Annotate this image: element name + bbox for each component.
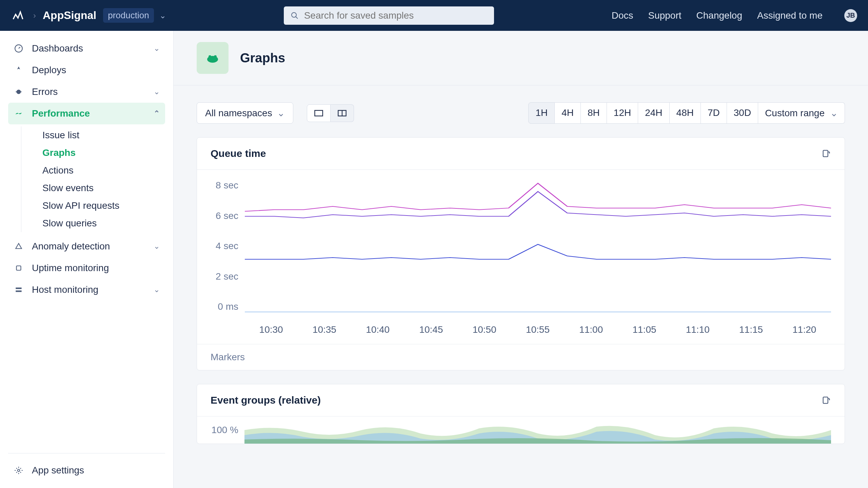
subitem-issue-list[interactable]: Issue list — [42, 126, 165, 144]
subitem-graphs[interactable]: Graphs — [42, 144, 165, 162]
range-12h[interactable]: 12H — [607, 102, 638, 124]
namespace-label: All namespaces — [205, 108, 272, 119]
sidebar-item-performance[interactable]: Performance ⌃ — [8, 103, 165, 124]
chevron-right-icon: › — [33, 11, 36, 20]
topbar: › AppSignal production ⌄ Docs Support Ch… — [0, 0, 868, 31]
svg-rect-16 — [823, 150, 828, 157]
link-assigned[interactable]: Assigned to me — [757, 10, 823, 21]
card-event-groups: Event groups (relative) 100 % — [197, 384, 845, 444]
card-queue-time: Queue time 8 sec 6 sec 4 sec 2 sec 0 ms … — [197, 137, 845, 370]
range-7d[interactable]: 7D — [701, 102, 727, 124]
brand-name[interactable]: AppSignal — [43, 9, 96, 22]
chart-area: 8 sec 6 sec 4 sec 2 sec 0 ms — [197, 170, 845, 319]
layout-single-button[interactable] — [307, 104, 331, 122]
x-tick: 10:50 — [458, 324, 511, 335]
export-icon[interactable] — [822, 149, 831, 158]
subitem-slow-api[interactable]: Slow API requests — [42, 197, 165, 215]
sidebar-item-dashboards[interactable]: Dashboards ⌄ — [8, 38, 165, 59]
y-axis: 8 sec 6 sec 4 sec 2 sec 0 ms — [211, 180, 244, 312]
sidebar-footer: App settings — [8, 453, 165, 481]
card-title: Event groups (relative) — [211, 394, 321, 406]
chevron-down-icon: ⌄ — [277, 107, 285, 119]
chevron-down-icon: ⌄ — [154, 44, 160, 53]
svg-line-1 — [296, 17, 298, 19]
sidebar-item-errors[interactable]: Errors ⌄ — [8, 81, 165, 103]
alert-icon — [14, 241, 24, 251]
x-tick: 10:30 — [244, 324, 298, 335]
svg-rect-13 — [315, 110, 322, 116]
appsignal-logo[interactable] — [11, 8, 25, 23]
link-docs[interactable]: Docs — [612, 10, 633, 21]
chevron-down-icon: ⌄ — [154, 285, 160, 294]
sidebar-item-uptime[interactable]: Uptime monitoring — [8, 257, 165, 279]
x-tick: 11:05 — [618, 324, 671, 335]
x-tick: 11:20 — [778, 324, 831, 335]
subitem-slow-events[interactable]: Slow events — [42, 179, 165, 197]
chart-plot[interactable] — [244, 180, 831, 312]
range-30d[interactable]: 30D — [727, 102, 758, 124]
svg-rect-7 — [16, 288, 21, 289]
sidebar-item-settings[interactable]: App settings — [8, 460, 165, 481]
sidebar-item-label: Dashboards — [32, 43, 83, 54]
card-header: Event groups (relative) — [197, 384, 845, 416]
subitem-actions[interactable]: Actions — [42, 162, 165, 179]
avatar[interactable]: JB — [844, 9, 857, 22]
export-icon[interactable] — [822, 395, 831, 405]
time-range-group: 1H 4H 8H 12H 24H 48H 7D 30D Custom range… — [528, 102, 845, 124]
range-4h[interactable]: 4H — [555, 102, 581, 124]
x-tick: 10:35 — [298, 324, 351, 335]
toolbar: All namespaces ⌄ 1H 4H 8H 12H 24H 48H 7D… — [174, 85, 868, 137]
uptime-icon — [14, 263, 24, 273]
sidebar-item-label: Anomaly detection — [32, 241, 110, 252]
frog-icon — [14, 108, 24, 119]
card-title: Queue time — [211, 148, 266, 159]
layout-split-button[interactable] — [331, 104, 354, 122]
range-8h[interactable]: 8H — [581, 102, 607, 124]
chevron-down-icon[interactable]: ⌄ — [159, 11, 166, 20]
env-pill[interactable]: production — [103, 8, 154, 23]
range-custom[interactable]: Custom range ⌄ — [758, 102, 845, 124]
svg-rect-8 — [16, 290, 21, 292]
subitem-slow-queries[interactable]: Slow queries — [42, 215, 165, 232]
y-tick: 100 % — [211, 423, 244, 444]
range-24h[interactable]: 24H — [638, 102, 669, 124]
frog-icon — [197, 42, 229, 74]
range-1h[interactable]: 1H — [528, 102, 555, 124]
x-tick: 10:45 — [405, 324, 458, 335]
y-tick: 8 sec — [211, 180, 238, 191]
top-links: Docs Support Changelog Assigned to me JB — [612, 9, 857, 22]
search-input[interactable] — [284, 6, 494, 25]
x-axis: 10:3010:3510:4010:4510:5010:5511:0011:05… — [197, 319, 845, 344]
link-support[interactable]: Support — [648, 10, 681, 21]
gauge-icon — [14, 43, 24, 54]
chevron-up-icon: ⌃ — [154, 109, 160, 118]
x-tick: 11:10 — [671, 324, 724, 335]
x-tick: 10:55 — [511, 324, 564, 335]
area-plot[interactable] — [244, 423, 831, 444]
card-header: Queue time — [197, 138, 845, 170]
sidebar-item-host[interactable]: Host monitoring ⌄ — [8, 279, 165, 301]
sidebar-item-anomaly[interactable]: Anomaly detection ⌄ — [8, 236, 165, 257]
layout-toggle — [307, 104, 354, 122]
gear-icon — [14, 465, 24, 475]
sidebar-item-deploys[interactable]: Deploys — [8, 59, 165, 81]
search-icon — [291, 12, 299, 20]
x-tick: 11:15 — [724, 324, 777, 335]
sidebar-item-label: Errors — [32, 86, 58, 97]
page-header: Graphs — [174, 31, 868, 85]
sidebar-item-label: App settings — [32, 465, 84, 476]
svg-point-11 — [209, 55, 211, 58]
area-chart: 100 % — [197, 416, 845, 444]
svg-point-0 — [292, 13, 296, 17]
svg-point-12 — [214, 55, 217, 58]
y-tick: 4 sec — [211, 241, 238, 251]
svg-point-9 — [18, 469, 20, 472]
namespace-select[interactable]: All namespaces ⌄ — [197, 102, 293, 124]
link-changelog[interactable]: Changelog — [696, 10, 742, 21]
svg-rect-17 — [823, 397, 828, 404]
sidebar-item-label: Host monitoring — [32, 284, 98, 295]
sidebar-item-label: Uptime monitoring — [32, 263, 109, 273]
performance-submenu: Issue list Graphs Actions Slow events Sl… — [21, 126, 165, 232]
range-48h[interactable]: 48H — [670, 102, 701, 124]
y-tick: 6 sec — [211, 210, 238, 221]
